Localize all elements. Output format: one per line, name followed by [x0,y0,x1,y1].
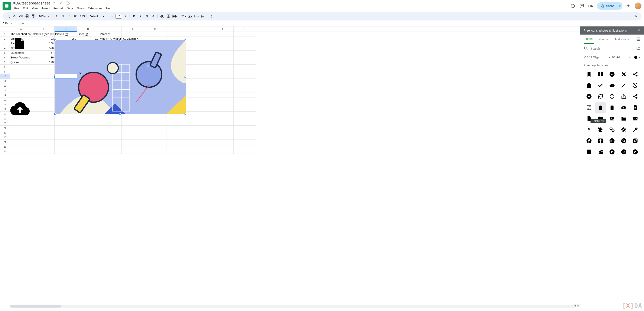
cell-E1[interactable]: Vitamins [99,32,122,37]
cell-G16[interactable] [144,102,166,107]
doc-title[interactable]: XDA test spreadsheet [13,1,50,6]
cell-J1[interactable] [211,32,234,37]
cell-C22[interactable] [54,130,77,135]
cell-C3[interactable]: 20 [54,41,77,46]
cell-C5[interactable]: 0.7 [54,51,77,55]
cell-B13[interactable] [32,88,54,93]
menu-edit[interactable]: Edit [22,6,30,11]
cell-E4[interactable]: Vitamin E [99,46,122,51]
cell-G2[interactable] [144,37,166,41]
cell-K23[interactable] [234,135,256,140]
strikethrough-icon[interactable]: S [144,13,150,19]
cell-G18[interactable] [144,112,166,116]
cell-F11[interactable] [122,79,144,83]
cell-I9[interactable] [189,69,211,74]
cell-B8[interactable] [32,65,54,69]
sheets-logo[interactable] [2,2,11,10]
cell-F23[interactable] [122,135,144,140]
zoom-select[interactable]: 100% ▼ [37,15,51,18]
cell-F12[interactable] [122,83,144,88]
cell-D12[interactable] [77,83,99,88]
row-header-17[interactable]: 17 [0,107,10,112]
cell-K26[interactable] [234,149,256,154]
cell-A1[interactable]: The bar chart co [10,32,32,37]
cell-F4[interactable] [122,46,144,51]
cell-I12[interactable] [189,83,211,88]
font-select[interactable]: Defaul...▼ [88,15,106,18]
row-header-5[interactable]: 5 [0,51,10,55]
cell-J14[interactable] [211,93,234,98]
tab-icons[interactable]: Icons [584,35,594,44]
cell-J17[interactable] [211,107,234,112]
redo-icon[interactable] [18,13,24,19]
row-header-16[interactable]: 16 [0,102,10,107]
puzzle-icon[interactable] [595,125,606,135]
cell-E16[interactable] [99,102,122,107]
check-circle-icon[interactable] [607,69,617,79]
cell-F17[interactable] [122,107,144,112]
size-filter[interactable]: 90×90▼ [612,55,631,60]
cell-H15[interactable] [166,98,189,102]
cell-K21[interactable] [234,126,256,130]
cell-A4[interactable]: Almonds [10,46,32,51]
gear-icon[interactable] [618,125,629,135]
cell-G25[interactable] [144,144,166,149]
font-size-decrease[interactable]: − [109,13,115,19]
cell-F6[interactable] [122,55,144,60]
cell-F1[interactable] [122,32,144,37]
sync-icon[interactable] [595,91,606,102]
cell-G14[interactable] [144,93,166,98]
cell-E19[interactable] [99,116,122,121]
cell-D18[interactable] [77,112,99,116]
cell-D13[interactable] [77,88,99,93]
h-align-icon[interactable]: ▾ [180,13,186,19]
row-header-14[interactable]: 14 [0,93,10,98]
col-header-D[interactable]: D [77,27,99,32]
cell-B2[interactable]: 23 [32,37,54,41]
cell-J20[interactable] [211,121,234,126]
font-size-input[interactable] [116,14,122,19]
cell-I25[interactable] [189,144,211,149]
cell-I14[interactable] [189,93,211,98]
cell-I7[interactable] [189,60,211,65]
cell-I19[interactable] [189,116,211,121]
cell-E20[interactable] [99,121,122,126]
pinterest-icon[interactable]: P [607,147,617,157]
cell-G21[interactable] [144,126,166,130]
cell-I10[interactable] [189,74,211,79]
row-header-25[interactable]: 25 [0,144,10,149]
menu-view[interactable]: View [30,6,40,11]
row-header-13[interactable]: 13 [0,88,10,93]
cell-A24[interactable] [10,140,32,144]
cell-A9[interactable] [10,69,32,74]
cell-E2[interactable]: Vitamin A, Vitamin C, Vitamin K [99,37,122,41]
row-header-15[interactable]: 15 [0,98,10,102]
cell-E10[interactable] [99,74,122,79]
cell-A7[interactable]: Quinoa [10,60,32,65]
cell-K10[interactable] [234,74,256,79]
decrease-decimal-icon[interactable]: .0↓ [66,13,72,19]
cell-C10[interactable] [54,74,77,79]
cell-I6[interactable] [189,55,211,60]
cell-C25[interactable] [54,144,77,149]
cell-C2[interactable]: 2.9 [54,37,77,41]
gears-icon[interactable] [607,125,617,135]
cell-G15[interactable] [144,98,166,102]
cell-K20[interactable] [234,121,256,126]
bookmark-icon[interactable] [584,69,594,79]
cell-D7[interactable]: 2.8 [77,60,99,65]
cell-C8[interactable] [54,65,77,69]
cell-H21[interactable] [166,126,189,130]
rotate-text-icon[interactable]: A▾ [200,13,206,19]
cell-B15[interactable] [32,98,54,102]
menu-insert[interactable]: Insert [41,6,51,11]
cell-K3[interactable] [234,41,256,46]
cell-G9[interactable] [144,69,166,74]
cell-F19[interactable] [122,116,144,121]
cell-H12[interactable] [166,83,189,88]
cell-I11[interactable] [189,79,211,83]
cell-K13[interactable] [234,88,256,93]
cell-K12[interactable] [234,83,256,88]
cell-D25[interactable] [77,144,99,149]
tab-photos[interactable]: Photos [597,35,610,44]
